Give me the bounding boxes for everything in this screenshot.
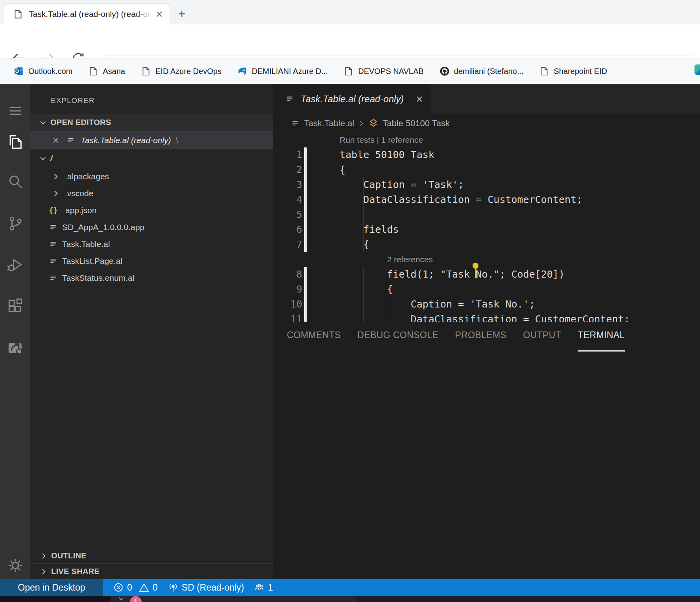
gutter-decoration-bar: [304, 177, 307, 192]
open-editor-item[interactable]: Task.Table.al (read-only) \: [30, 131, 273, 149]
panel-tab-terminal[interactable]: TERMINAL: [578, 330, 625, 346]
open-editor-path: \: [176, 136, 178, 145]
tree-item--vscode[interactable]: .vscode: [30, 185, 273, 202]
bookmark-item[interactable]: DEMILIANI Azure D...: [237, 66, 328, 76]
taskbar-sliver: 1: [0, 596, 700, 602]
remote-indicator[interactable]: Open in Desktop: [0, 579, 103, 596]
json-icon: {}: [49, 206, 61, 215]
gutter-decoration-bar: [304, 162, 307, 177]
open-editors-header[interactable]: OPEN EDITORS: [30, 114, 273, 131]
root-folder-header[interactable]: /: [30, 149, 273, 167]
source-control-icon[interactable]: [6, 215, 24, 233]
tree-item-taskstatus-enum-al[interactable]: TaskStatus.enum.al: [30, 269, 273, 286]
menu-icon[interactable]: [6, 102, 24, 120]
tree-item-label: SD_AppA_1.0.0.0.app: [62, 223, 144, 232]
run-debug-icon[interactable]: [6, 256, 24, 274]
close-icon[interactable]: [52, 136, 60, 145]
panel-tab-debug-console[interactable]: DEBUG CONSOLE: [357, 330, 438, 346]
code-text: fields: [340, 222, 399, 237]
bookmark-item[interactable]: DEVOPS NAVLAB: [344, 66, 423, 76]
gutter-decoration-bar: [304, 312, 307, 322]
sidebar-section-outline[interactable]: OUTLINE: [30, 548, 273, 563]
code-line: 10 Caption = 'Task No.';: [273, 297, 700, 312]
codelens-row[interactable]: Run tests | 1 reference: [273, 133, 700, 147]
outlook-icon: [14, 66, 24, 76]
bookmark-label: DEVOPS NAVLAB: [358, 67, 423, 76]
extensions-icon[interactable]: [6, 297, 24, 315]
explorer-icon[interactable]: [6, 133, 24, 151]
participants-status[interactable]: 1: [254, 582, 273, 593]
live-share-icon[interactable]: [6, 339, 24, 357]
bookmark-item[interactable]: Sharepoint EID: [539, 66, 607, 76]
bookmark-item[interactable]: Outlook.com: [14, 66, 72, 76]
symbol-class-icon: [368, 118, 379, 129]
code-line: 9 {: [273, 282, 700, 297]
tree-item-task-table-al[interactable]: Task.Table.al: [30, 236, 273, 252]
new-tab-button[interactable]: +: [174, 6, 189, 21]
search-icon[interactable]: [6, 173, 24, 191]
editor-tab[interactable]: Task.Table.al (read-only): [273, 84, 430, 114]
error-count: 0: [127, 582, 132, 593]
code-line: 11 DataClassification = CustomerContent;: [273, 312, 700, 322]
app-root: Task.Table.al (read-only) (read-on +: [0, 0, 700, 602]
editor-tab-close-icon[interactable]: [415, 94, 424, 104]
session-label: SD (Read-only): [182, 582, 244, 593]
line-number: 7: [273, 237, 302, 252]
page-icon: [141, 66, 151, 76]
tree-item-tasklist-page-al[interactable]: TaskList.Page.al: [30, 252, 273, 269]
sidebar-section-live-share[interactable]: LIVE SHARE: [30, 563, 273, 579]
gutter-decoration-bar: [304, 147, 307, 162]
settings-gear-icon[interactable]: [6, 556, 24, 574]
chevron-right-icon: [357, 120, 365, 127]
breadcrumb-symbol[interactable]: Table 50100 Task: [382, 118, 450, 129]
tree-item-label: app.json: [65, 206, 96, 215]
file-icon: [49, 240, 57, 249]
live-share-session-status[interactable]: SD (Read-only): [168, 582, 244, 593]
indent-guide: [363, 207, 364, 222]
line-number: 8: [273, 267, 302, 282]
gutter-decoration-bar: [304, 207, 307, 222]
codelens-label[interactable]: Run tests | 1 reference: [340, 133, 423, 147]
tree-item-sd-appa-1-0-0-0-app[interactable]: SD_AppA_1.0.0.0.app: [30, 219, 273, 236]
tab-close-icon[interactable]: [155, 9, 164, 19]
code-text: DataClassification = CustomerContent;: [340, 192, 582, 207]
sidebar-title: EXPLORER: [51, 96, 94, 105]
codelens-row[interactable]: 2 references: [273, 252, 700, 267]
codelens-label[interactable]: 2 references: [387, 252, 433, 267]
bookmark-item[interactable]: Asana: [88, 66, 125, 76]
line-number: 10: [273, 297, 302, 312]
problems-status[interactable]: 0 0: [113, 582, 158, 593]
panel-tab-problems[interactable]: PROBLEMS: [455, 330, 506, 346]
gutter-decoration-bar: [304, 237, 307, 252]
github-icon: [440, 66, 450, 76]
partial-bookmark-icon: [694, 64, 700, 75]
chevron-right-icon: [52, 172, 60, 181]
bookmark-item[interactable]: demiliani (Stefano...: [440, 66, 524, 76]
tree-item--alpackages[interactable]: .alpackages: [30, 168, 273, 185]
tree-item-label: TaskList.Page.al: [62, 256, 122, 266]
tree-item-app-json[interactable]: {}app.json: [30, 202, 273, 219]
browser-tab[interactable]: Task.Table.al (read-only) (read-on: [4, 3, 170, 24]
tree-item-label: .alpackages: [65, 172, 109, 181]
code-text: field(1; "Task No."; Code[20]): [340, 267, 565, 282]
line-number: 2: [273, 162, 302, 177]
open-editor-title: Task.Table.al (read-only): [81, 136, 171, 145]
code-text: Caption = 'Task';: [340, 177, 464, 192]
line-number: 1: [273, 147, 302, 162]
status-bar: Open in Desktop 0 0 SD (Read-only) 1: [0, 579, 700, 596]
panel-tab-comments[interactable]: COMMENTS: [287, 330, 341, 346]
code-editor[interactable]: Run tests | 1 reference1table 50100 Task…: [273, 133, 700, 322]
code-line: 2{: [273, 162, 700, 177]
code-text: Caption = 'Task No.';: [340, 297, 535, 312]
broadcast-icon: [168, 582, 178, 593]
taskbar-dark-segment: [0, 596, 111, 602]
chevron-down-icon[interactable]: [117, 595, 125, 602]
bookmark-item[interactable]: EID Azure DevOps: [141, 66, 222, 76]
participant-count: 1: [268, 582, 273, 593]
code-text: {: [340, 282, 393, 297]
gutter-decoration-bar: [304, 222, 307, 237]
panel-tab-output[interactable]: OUTPUT: [523, 330, 561, 346]
breadcrumb-file[interactable]: Task.Table.al: [304, 118, 354, 129]
gutter-decoration-bar: [304, 192, 307, 207]
code-text: table 50100 Task: [340, 147, 434, 162]
